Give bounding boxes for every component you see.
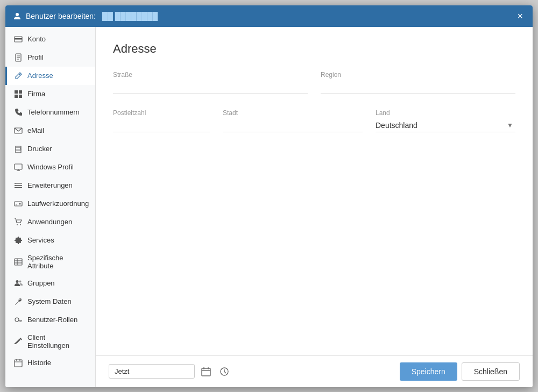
sidebar-item-konto[interactable]: Konto (5, 30, 95, 48)
svg-line-6 (19, 74, 20, 75)
grid-icon (13, 89, 23, 99)
svg-rect-9 (15, 95, 18, 98)
credit-card-icon (13, 34, 23, 44)
input-stadt[interactable] (223, 119, 363, 132)
field-postleitzahl: Postleitzahl (113, 109, 210, 132)
modal-close-button[interactable]: × (515, 11, 525, 21)
edit-icon (13, 71, 23, 81)
sidebar-item-client-einstellungen[interactable]: Client Einstellungen (5, 329, 95, 354)
page-title: Adresse (113, 42, 515, 56)
sidebar-item-laufwerkzuordnung[interactable]: Laufwerkzuordnung (5, 195, 95, 213)
sidebar-item-system-daten[interactable]: System Daten (5, 293, 95, 311)
svg-rect-28 (15, 259, 22, 265)
field-strasse: Straße (113, 71, 308, 94)
svg-rect-18 (15, 185, 22, 186)
calendar-button[interactable] (199, 365, 213, 379)
svg-rect-14 (15, 164, 22, 169)
modal-body: Konto Profil Adresse Firma (5, 27, 533, 387)
sidebar-label-firma: Firma (27, 90, 45, 98)
wrench2-icon (13, 337, 23, 346)
file-icon (13, 53, 23, 62)
sidebar-item-benutzer-rollen[interactable]: Benutzer-Rollen (5, 311, 95, 329)
main-content: Adresse Straße Region Postleitzahl (96, 27, 533, 387)
content-area: Adresse Straße Region Postleitzahl (96, 27, 533, 355)
sidebar-item-telefonnummern[interactable]: Telefonnummern (5, 103, 95, 122)
modal-header: Benutzer bearbeiten: ██ ████████ × (5, 5, 533, 27)
footer-right: Speichern Schließen (400, 362, 520, 381)
svg-rect-36 (15, 360, 22, 367)
svg-rect-23 (15, 202, 22, 206)
sidebar-item-historie[interactable]: Historie (5, 354, 95, 372)
phone-icon (13, 108, 23, 117)
field-stadt: Stadt (223, 109, 363, 132)
printer-icon (13, 144, 23, 154)
svg-line-49 (224, 372, 226, 373)
sidebar-label-erweiterungen: Erweiterungen (27, 181, 73, 189)
label-land: Land (376, 109, 515, 117)
sidebar: Konto Profil Adresse Firma (5, 27, 96, 387)
hdd-icon (13, 199, 23, 209)
sidebar-label-spezifische-attribute: Spezifische Attribute (27, 254, 89, 270)
sidebar-item-erweiterungen[interactable]: Erweiterungen (5, 176, 95, 195)
sidebar-label-laufwerkzuordnung: Laufwerkzuordnung (27, 199, 89, 208)
svg-rect-7 (15, 90, 18, 94)
svg-rect-10 (19, 95, 22, 98)
form-row-2: Postleitzahl Stadt Land Deutschland Öste… (113, 109, 515, 132)
sidebar-item-drucker[interactable]: Drucker (5, 140, 95, 158)
sidebar-label-telefonnummern: Telefonnummern (27, 108, 80, 116)
sidebar-label-anwendungen: Anwendungen (27, 218, 72, 226)
sidebar-label-drucker: Drucker (27, 145, 52, 153)
svg-point-27 (20, 224, 21, 225)
svg-rect-20 (15, 183, 16, 184)
close-button[interactable]: Schließen (462, 362, 520, 381)
input-strasse[interactable] (113, 81, 308, 94)
sidebar-label-adresse: Adresse (27, 72, 53, 80)
input-postleitzahl[interactable] (113, 119, 210, 132)
label-region: Region (321, 71, 515, 79)
key-icon (13, 315, 23, 325)
svg-rect-13 (20, 148, 21, 149)
svg-rect-43 (202, 368, 210, 376)
select-wrapper-land: Deutschland Österreich Schweiz Frankreic… (376, 119, 515, 132)
svg-rect-8 (19, 90, 22, 94)
sidebar-label-konto: Konto (27, 35, 46, 43)
svg-rect-1 (15, 38, 22, 40)
field-land: Land Deutschland Österreich Schweiz Fran… (376, 109, 515, 132)
sidebar-label-system-daten: System Daten (27, 297, 72, 305)
sidebar-item-anwendungen[interactable]: Anwendungen (5, 213, 95, 231)
datetime-input[interactable] (109, 364, 195, 379)
sidebar-item-spezifische-attribute[interactable]: Spezifische Attribute (5, 250, 95, 274)
user-icon (13, 12, 22, 20)
gear-icon (13, 236, 23, 245)
envelope-icon (13, 126, 23, 136)
monitor-icon (13, 162, 23, 172)
clock-icon (220, 367, 229, 376)
clock-button[interactable] (217, 365, 231, 379)
sidebar-item-windows-profil[interactable]: Windows Profil (5, 158, 95, 176)
sidebar-item-services[interactable]: Services (5, 231, 95, 250)
sidebar-item-gruppen[interactable]: Gruppen (5, 274, 95, 293)
save-button[interactable]: Speichern (400, 362, 457, 381)
modal-footer: Speichern Schließen (96, 355, 533, 387)
sidebar-label-email: eMail (27, 126, 44, 134)
sidebar-item-email[interactable]: eMail (5, 122, 95, 140)
form-row-1: Straße Region (113, 71, 515, 94)
sidebar-label-profil: Profil (27, 53, 44, 61)
select-land[interactable]: Deutschland Österreich Schweiz Frankreic… (376, 119, 515, 132)
svg-point-32 (15, 318, 19, 322)
sidebar-item-firma[interactable]: Firma (5, 85, 95, 103)
svg-rect-17 (15, 183, 22, 184)
sidebar-label-services: Services (27, 236, 54, 244)
users-icon (13, 279, 23, 288)
header-left: Benutzer bearbeiten: ██ ████████ (13, 12, 158, 20)
field-region: Region (321, 71, 515, 94)
svg-rect-19 (15, 187, 22, 188)
svg-rect-22 (15, 187, 16, 188)
sidebar-label-client-einstellungen: Client Einstellungen (27, 333, 89, 350)
sidebar-item-profil[interactable]: Profil (5, 48, 95, 67)
input-region[interactable] (321, 81, 515, 94)
sidebar-item-adresse[interactable]: Adresse (5, 67, 95, 85)
modal-window: Benutzer bearbeiten: ██ ████████ × Konto… (5, 5, 533, 387)
table-icon (13, 257, 23, 267)
sidebar-label-historie: Historie (27, 359, 51, 367)
